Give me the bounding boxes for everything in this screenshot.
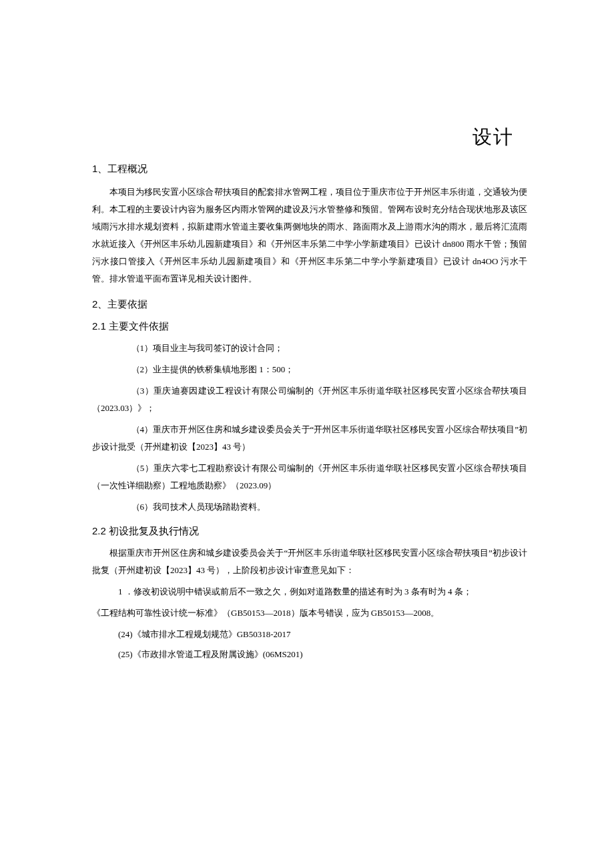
gb-correction-line: 《工程结构可靠性设计统一标准》（GB50153—2018）版本号错误，应为 GB… <box>92 604 527 622</box>
section-1-text: 工程概况 <box>107 163 147 174</box>
basis-item-5: （5）重庆六零七工程勘察设计有限公司编制的《开州区丰乐街道华联社区移民安置小区综… <box>92 460 527 494</box>
section-2-1-text: 主要文件依据 <box>109 321 169 332</box>
basis-item-4: （4）重庆市开州区住房和城乡建设委员会关于“开州区丰乐街道华联社区移民安置小区综… <box>92 421 527 456</box>
basis-item-2: （2）业主提供的铁桥集镇地形图 1：500； <box>92 361 527 378</box>
page-title: 设计 <box>92 124 527 151</box>
section-2-1-heading: 2.1 主要文件依据 <box>92 320 527 333</box>
section-1-paragraph: 本项目为移民安置小区综合帮扶项目的配套排水管网工程，项目位于重庆市位于开州区丰乐… <box>92 183 527 288</box>
section-2-num: 2、 <box>92 298 107 310</box>
review-item-1: 1 ．修改初设说明中错误或前后不一致之欠，例如对道路数量的描述有时为 3 条有时… <box>92 583 527 600</box>
section-2-2-heading: 2.2 初设批复及执行情况 <box>92 525 527 538</box>
section-2-1-num: 2.1 <box>92 320 106 332</box>
section-1-heading: 1、工程概况 <box>92 163 527 175</box>
document-page: 设计 1、工程概况 本项目为移民安置小区综合帮扶项目的配套排水管网工程，项目位于… <box>0 0 614 706</box>
section-2-2-num: 2.2 <box>92 525 106 536</box>
basis-item-5-text: （5）重庆六零七工程勘察设计有限公司编制的《开州区丰乐街道华联社区移民安置小区综… <box>92 460 527 494</box>
section-1-num: 1、 <box>92 163 107 174</box>
section-2-2-text: 初设批复及执行情况 <box>109 526 199 536</box>
basis-item-3: （3）重庆迪赛因建设工程设计有限公司编制的《开州区丰乐街道华联社区移民安置小区综… <box>92 382 527 417</box>
reference-24: (24)《城市排水工程规划规范》GB50318-2017 <box>92 626 527 643</box>
basis-item-4-text: （4）重庆市开州区住房和城乡建设委员会关于“开州区丰乐街道华联社区移民安置小区综… <box>92 421 527 456</box>
basis-item-3-text: （3）重庆迪赛因建设工程设计有限公司编制的《开州区丰乐街道华联社区移民安置小区综… <box>92 382 527 417</box>
section-2-2-paragraph: 根据重庆市开州区住房和城乡建设委员会关于“开州区丰乐街道华联社区移民安置小区综合… <box>92 544 527 579</box>
basis-item-1: （1）项目业主与我司签订的设计合同； <box>92 340 527 357</box>
basis-item-6: （6）我司技术人员现场踏勘资料。 <box>92 498 527 516</box>
section-2-heading: 2、主要依据 <box>92 298 527 311</box>
reference-25: (25)《市政排水管道工程及附属设施》(06MS201) <box>92 646 527 663</box>
section-2-text: 主要依据 <box>107 299 147 310</box>
